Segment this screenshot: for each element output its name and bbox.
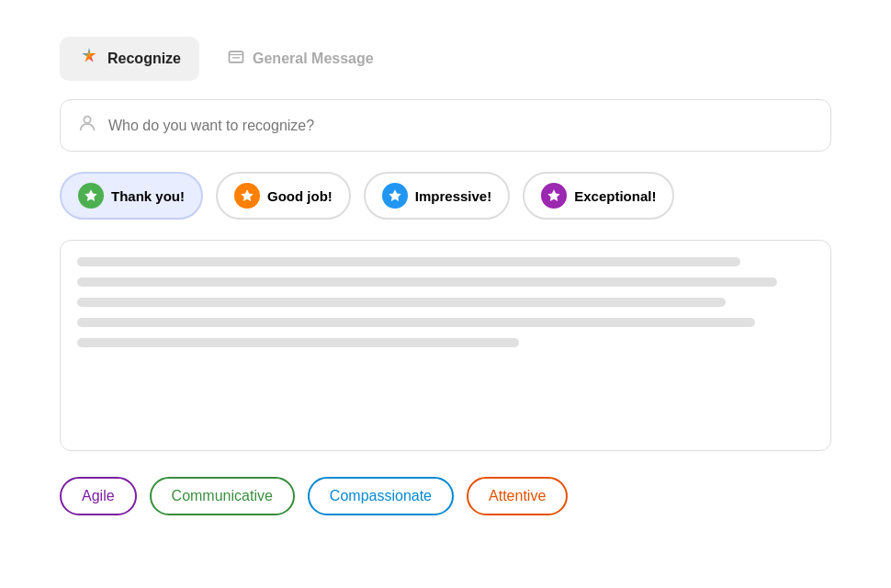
value-tags: Agile Communicative Compassionate Attent… [60, 477, 831, 515]
rec-btn-good-job[interactable]: Good job! [216, 172, 351, 220]
svg-marker-6 [241, 189, 253, 201]
search-bar [60, 99, 831, 152]
star-blue-icon [382, 183, 408, 209]
placeholder-line-4 [77, 318, 755, 327]
svg-marker-8 [548, 189, 560, 201]
rec-btn-exceptional[interactable]: Exceptional! [523, 172, 674, 220]
tag-communicative[interactable]: Communicative [150, 477, 295, 515]
star-icon [78, 46, 100, 72]
rec-btn-thank-you-label: Thank you! [111, 188, 185, 204]
star-orange-icon [234, 183, 260, 209]
tab-recognize[interactable]: Recognize [60, 37, 199, 81]
svg-marker-7 [389, 189, 400, 201]
tab-general-message[interactable]: General Message [209, 39, 392, 79]
rec-btn-good-job-label: Good job! [267, 188, 333, 204]
placeholder-line-1 [77, 257, 740, 266]
svg-rect-1 [230, 51, 243, 62]
tag-agile[interactable]: Agile [60, 477, 137, 515]
message-icon [227, 48, 245, 70]
rec-btn-exceptional-label: Exceptional! [574, 188, 656, 204]
rec-btn-impressive-label: Impressive! [415, 188, 491, 204]
tag-compassionate[interactable]: Compassionate [308, 477, 454, 515]
rec-btn-impressive[interactable]: Impressive! [364, 172, 510, 220]
rec-btn-thank-you[interactable]: Thank you! [60, 172, 203, 220]
main-container: Recognize General Message [41, 18, 850, 534]
person-icon [77, 113, 97, 138]
star-green-icon [78, 183, 104, 209]
tab-recognize-label: Recognize [107, 51, 181, 67]
search-input[interactable] [108, 118, 814, 134]
svg-marker-5 [85, 189, 96, 201]
tab-bar: Recognize General Message [60, 37, 831, 81]
recognition-types: Thank you! Good job! Impressive! [60, 172, 831, 220]
star-purple-icon [541, 183, 567, 209]
placeholder-line-5 [77, 338, 519, 347]
placeholder-line-3 [77, 298, 726, 307]
tag-attentive[interactable]: Attentive [467, 477, 568, 515]
svg-point-4 [84, 117, 90, 123]
tab-general-message-label: General Message [253, 51, 374, 67]
placeholder-line-2 [77, 277, 777, 287]
message-area[interactable] [60, 240, 831, 451]
